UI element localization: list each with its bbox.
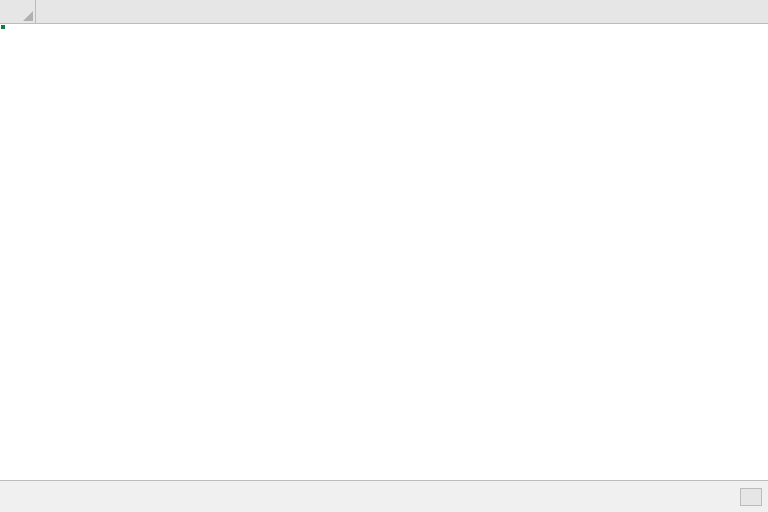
column-headers-row <box>0 0 768 24</box>
cells-area[interactable] <box>0 24 768 480</box>
tab-nav-prev[interactable] <box>6 488 24 506</box>
sheet-tab-bar <box>0 480 768 512</box>
add-sheet-button[interactable] <box>78 481 106 512</box>
select-all-triangle-icon <box>23 11 33 21</box>
tab-nav-group <box>0 481 50 512</box>
hscroll-left-button[interactable] <box>740 488 762 506</box>
svg-marker-0 <box>23 11 33 21</box>
spreadsheet-grid[interactable] <box>0 0 768 480</box>
select-all-corner[interactable] <box>0 0 36 24</box>
fill-handle[interactable] <box>0 24 6 30</box>
tab-bar-right <box>734 481 768 512</box>
tab-nav-next[interactable] <box>26 488 44 506</box>
